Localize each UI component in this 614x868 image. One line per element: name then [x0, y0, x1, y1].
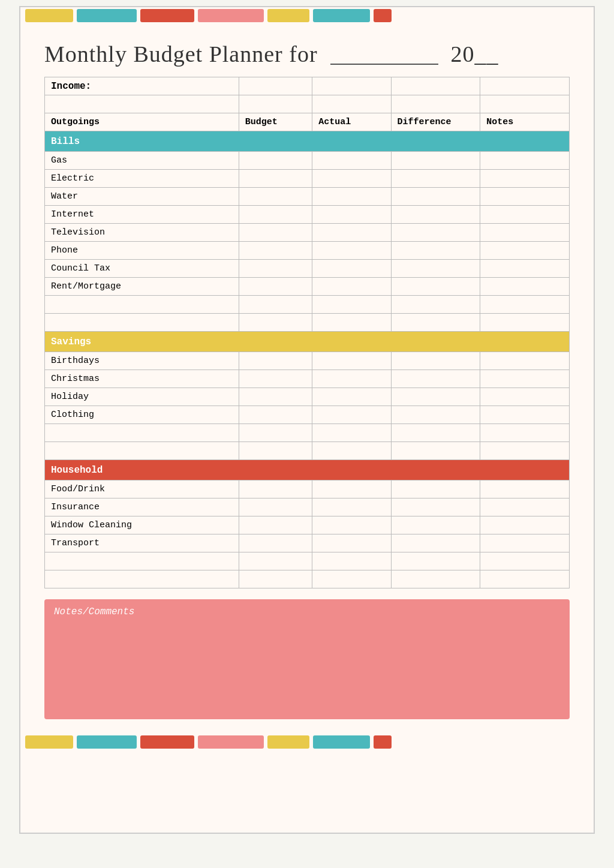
- notes-cell[interactable]: [480, 516, 570, 534]
- notes-cell[interactable]: [480, 170, 570, 188]
- notes-cell[interactable]: [480, 152, 570, 170]
- notes-cell[interactable]: [480, 552, 570, 570]
- notes-cell[interactable]: [480, 296, 570, 314]
- actual-cell[interactable]: [312, 170, 391, 188]
- diff-cell[interactable]: [391, 314, 480, 332]
- notes-cell[interactable]: [480, 206, 570, 224]
- col-notes: Notes: [480, 113, 570, 131]
- diff-cell[interactable]: [391, 552, 480, 570]
- actual-cell[interactable]: [312, 406, 391, 424]
- row-label: Food/Drink: [45, 480, 239, 498]
- notes-cell[interactable]: [480, 278, 570, 296]
- diff-cell[interactable]: [391, 352, 480, 370]
- actual-cell[interactable]: [312, 224, 391, 242]
- diff-cell[interactable]: [391, 296, 480, 314]
- diff-cell[interactable]: [391, 442, 480, 460]
- budget-cell[interactable]: [239, 296, 312, 314]
- notes-cell[interactable]: [480, 388, 570, 406]
- income-actual[interactable]: [312, 77, 391, 95]
- actual-cell[interactable]: [312, 424, 391, 442]
- notes-cell[interactable]: [480, 424, 570, 442]
- row-label: Clothing: [45, 406, 239, 424]
- budget-cell[interactable]: [239, 314, 312, 332]
- budget-cell[interactable]: [239, 388, 312, 406]
- income-diff[interactable]: [391, 77, 480, 95]
- notes-cell[interactable]: [480, 260, 570, 278]
- diff-cell[interactable]: [391, 570, 480, 588]
- actual-cell[interactable]: [312, 278, 391, 296]
- income-notes[interactable]: [480, 77, 570, 95]
- notes-cell[interactable]: [480, 406, 570, 424]
- diff-cell[interactable]: [391, 498, 480, 516]
- notes-cell[interactable]: [480, 498, 570, 516]
- actual-cell[interactable]: [312, 480, 391, 498]
- diff-cell[interactable]: [391, 188, 480, 206]
- actual-cell[interactable]: [312, 296, 391, 314]
- budget-cell[interactable]: [239, 516, 312, 534]
- budget-cell[interactable]: [239, 242, 312, 260]
- actual-cell[interactable]: [312, 188, 391, 206]
- diff-cell[interactable]: [391, 224, 480, 242]
- actual-cell[interactable]: [312, 498, 391, 516]
- notes-cell[interactable]: [480, 480, 570, 498]
- actual-cell[interactable]: [312, 516, 391, 534]
- notes-cell[interactable]: [480, 242, 570, 260]
- budget-cell[interactable]: [239, 552, 312, 570]
- diff-cell[interactable]: [391, 388, 480, 406]
- budget-cell[interactable]: [239, 424, 312, 442]
- notes-cell[interactable]: [480, 534, 570, 552]
- notes-cell[interactable]: [480, 314, 570, 332]
- budget-cell[interactable]: [239, 260, 312, 278]
- notes-cell[interactable]: [480, 352, 570, 370]
- actual-cell[interactable]: [312, 388, 391, 406]
- notes-cell[interactable]: [480, 188, 570, 206]
- budget-cell[interactable]: [239, 370, 312, 388]
- actual-cell[interactable]: [312, 314, 391, 332]
- actual-cell[interactable]: [312, 152, 391, 170]
- notes-cell[interactable]: [480, 442, 570, 460]
- page-title: Monthly Budget Planner for 20__: [44, 41, 499, 67]
- actual-cell[interactable]: [312, 534, 391, 552]
- budget-cell[interactable]: [239, 406, 312, 424]
- diff-cell[interactable]: [391, 516, 480, 534]
- actual-cell[interactable]: [312, 242, 391, 260]
- budget-cell[interactable]: [239, 480, 312, 498]
- budget-cell[interactable]: [239, 570, 312, 588]
- budget-cell[interactable]: [239, 278, 312, 296]
- diff-cell[interactable]: [391, 424, 480, 442]
- diff-cell[interactable]: [391, 370, 480, 388]
- notes-cell[interactable]: [480, 224, 570, 242]
- budget-cell[interactable]: [239, 152, 312, 170]
- budget-cell[interactable]: [239, 498, 312, 516]
- actual-cell[interactable]: [312, 552, 391, 570]
- budget-cell[interactable]: [239, 442, 312, 460]
- diff-cell[interactable]: [391, 260, 480, 278]
- notes-cell[interactable]: [480, 570, 570, 588]
- diff-cell[interactable]: [391, 170, 480, 188]
- budget-cell[interactable]: [239, 188, 312, 206]
- title-prefix: Monthly Budget Planner for: [44, 41, 318, 67]
- actual-cell[interactable]: [312, 370, 391, 388]
- budget-cell[interactable]: [239, 206, 312, 224]
- budget-cell[interactable]: [239, 352, 312, 370]
- actual-cell[interactable]: [312, 260, 391, 278]
- savings-header-row: Savings: [45, 332, 570, 352]
- row-label: [45, 552, 239, 570]
- diff-cell[interactable]: [391, 152, 480, 170]
- diff-cell[interactable]: [391, 278, 480, 296]
- diff-cell[interactable]: [391, 534, 480, 552]
- income-budget[interactable]: [239, 77, 312, 95]
- row-label: Water: [45, 188, 239, 206]
- diff-cell[interactable]: [391, 480, 480, 498]
- notes-cell[interactable]: [480, 370, 570, 388]
- diff-cell[interactable]: [391, 206, 480, 224]
- actual-cell[interactable]: [312, 352, 391, 370]
- diff-cell[interactable]: [391, 242, 480, 260]
- budget-cell[interactable]: [239, 170, 312, 188]
- actual-cell[interactable]: [312, 570, 391, 588]
- budget-cell[interactable]: [239, 534, 312, 552]
- diff-cell[interactable]: [391, 406, 480, 424]
- actual-cell[interactable]: [312, 442, 391, 460]
- actual-cell[interactable]: [312, 206, 391, 224]
- budget-cell[interactable]: [239, 224, 312, 242]
